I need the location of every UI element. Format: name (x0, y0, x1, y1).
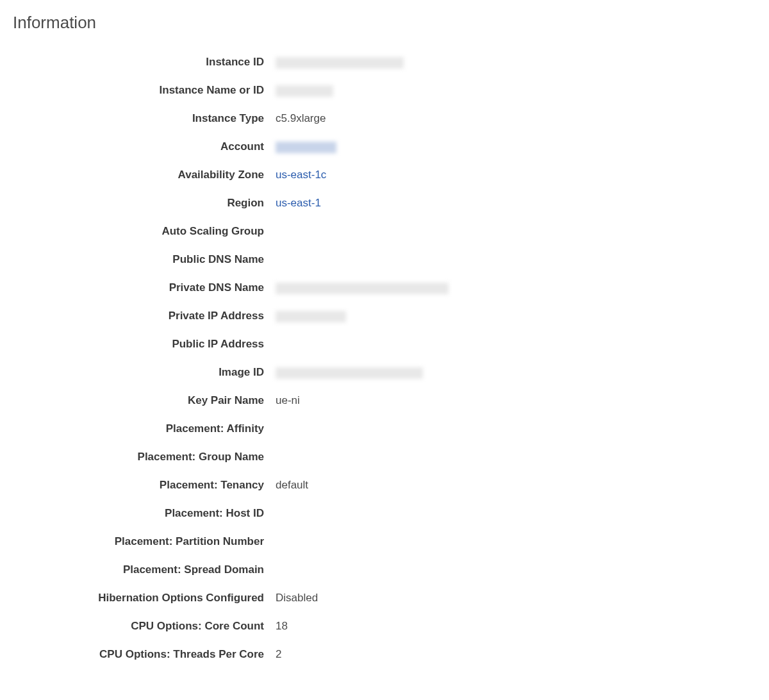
info-value-placement-group-name (276, 443, 449, 471)
info-value-placement-spread-domain (276, 556, 449, 584)
info-value-image-id (276, 358, 449, 387)
redacted-value (276, 367, 423, 379)
info-value-private-ip-address (276, 302, 449, 330)
info-value-placement-host-id (276, 499, 449, 528)
info-value-placement-affinity (276, 415, 449, 443)
info-value-private-dns-name (276, 274, 449, 302)
info-label-placement-affinity: Placement: Affinity (77, 415, 276, 443)
info-row-availability-zone: Availability Zoneus-east-1c (77, 161, 449, 189)
info-value-public-dns-name (276, 246, 449, 274)
section-title: Information (13, 13, 756, 33)
info-table: Instance IDInstance Name or IDInstance T… (77, 48, 449, 669)
info-label-instance-id: Instance ID (77, 48, 276, 76)
info-value-key-pair-name: ue-ni (276, 387, 449, 415)
info-label-placement-host-id: Placement: Host ID (77, 499, 276, 528)
info-label-placement-tenancy: Placement: Tenancy (77, 471, 276, 499)
info-label-instance-name-or-id: Instance Name or ID (77, 76, 276, 104)
info-row-public-dns-name: Public DNS Name (77, 246, 449, 274)
redacted-value (276, 57, 404, 69)
info-label-instance-type: Instance Type (77, 104, 276, 133)
info-row-placement-partition-number: Placement: Partition Number (77, 528, 449, 556)
info-label-availability-zone: Availability Zone (77, 161, 276, 189)
info-value-region[interactable]: us-east-1 (276, 189, 449, 217)
info-value-instance-name-or-id (276, 76, 449, 104)
info-value-availability-zone[interactable]: us-east-1c (276, 161, 449, 189)
info-label-placement-partition-number: Placement: Partition Number (77, 528, 276, 556)
redacted-value (276, 142, 336, 153)
info-row-region: Regionus-east-1 (77, 189, 449, 217)
info-label-public-ip-address: Public IP Address (77, 330, 276, 358)
info-value-cpu-options-threads-per-core: 2 (276, 640, 449, 669)
info-label-cpu-options-core-count: CPU Options: Core Count (77, 612, 276, 640)
info-value-account (276, 133, 449, 161)
info-row-placement-group-name: Placement: Group Name (77, 443, 449, 471)
info-value-auto-scaling-group (276, 217, 449, 246)
info-row-private-ip-address: Private IP Address (77, 302, 449, 330)
info-row-instance-type: Instance Typec5.9xlarge (77, 104, 449, 133)
info-row-placement-spread-domain: Placement: Spread Domain (77, 556, 449, 584)
info-row-placement-host-id: Placement: Host ID (77, 499, 449, 528)
info-row-auto-scaling-group: Auto Scaling Group (77, 217, 449, 246)
info-value-hibernation-options-configured: Disabled (276, 584, 449, 612)
info-row-cpu-options-threads-per-core: CPU Options: Threads Per Core2 (77, 640, 449, 669)
info-label-placement-group-name: Placement: Group Name (77, 443, 276, 471)
info-row-cpu-options-core-count: CPU Options: Core Count18 (77, 612, 449, 640)
info-label-region: Region (77, 189, 276, 217)
info-row-account: Account (77, 133, 449, 161)
info-label-placement-spread-domain: Placement: Spread Domain (77, 556, 276, 584)
info-row-key-pair-name: Key Pair Nameue-ni (77, 387, 449, 415)
info-label-auto-scaling-group: Auto Scaling Group (77, 217, 276, 246)
info-row-placement-tenancy: Placement: Tenancydefault (77, 471, 449, 499)
info-value-public-ip-address (276, 330, 449, 358)
info-value-placement-partition-number (276, 528, 449, 556)
info-value-placement-tenancy: default (276, 471, 449, 499)
info-value-instance-id (276, 48, 449, 76)
info-row-image-id: Image ID (77, 358, 449, 387)
info-row-private-dns-name: Private DNS Name (77, 274, 449, 302)
redacted-value (276, 85, 333, 97)
info-label-cpu-options-threads-per-core: CPU Options: Threads Per Core (77, 640, 276, 669)
info-label-hibernation-options-configured: Hibernation Options Configured (77, 584, 276, 612)
info-row-hibernation-options-configured: Hibernation Options ConfiguredDisabled (77, 584, 449, 612)
info-row-placement-affinity: Placement: Affinity (77, 415, 449, 443)
info-label-private-ip-address: Private IP Address (77, 302, 276, 330)
redacted-value (276, 283, 449, 294)
info-value-instance-type: c5.9xlarge (276, 104, 449, 133)
info-label-image-id: Image ID (77, 358, 276, 387)
info-label-account: Account (77, 133, 276, 161)
redacted-value (276, 311, 346, 322)
info-value-cpu-options-core-count: 18 (276, 612, 449, 640)
info-row-public-ip-address: Public IP Address (77, 330, 449, 358)
info-label-public-dns-name: Public DNS Name (77, 246, 276, 274)
info-label-private-dns-name: Private DNS Name (77, 274, 276, 302)
info-row-instance-name-or-id: Instance Name or ID (77, 76, 449, 104)
info-label-key-pair-name: Key Pair Name (77, 387, 276, 415)
info-row-instance-id: Instance ID (77, 48, 449, 76)
